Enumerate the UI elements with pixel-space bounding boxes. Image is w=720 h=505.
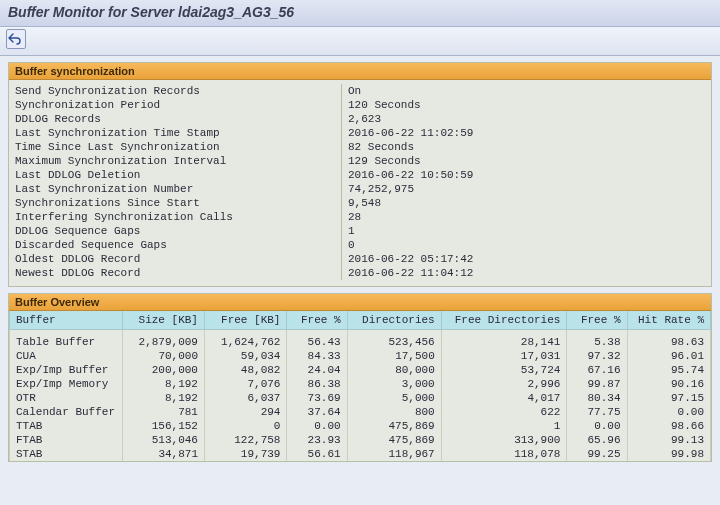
sync-table: Send Synchronization RecordsOnSynchroniz… [9, 84, 711, 280]
overview-cell-fpct: 24.04 [287, 363, 347, 377]
overview-cell-size: 513,046 [122, 433, 204, 447]
overview-row[interactable]: Table Buffer2,879,0091,624,76256.43523,4… [10, 330, 711, 350]
buffer-monitor-window: { "title": "Buffer Monitor for Server ld… [0, 0, 720, 505]
sync-row: Send Synchronization RecordsOn [9, 84, 711, 98]
overview-col-header[interactable]: Size [KB] [122, 311, 204, 330]
sync-row-label: Maximum Synchronization Interval [9, 154, 342, 168]
sync-row-value: 120 Seconds [342, 98, 712, 112]
overview-cell-fdir: 17,031 [441, 349, 567, 363]
overview-col-header[interactable]: Free Directories [441, 311, 567, 330]
sync-row-value: 2016-06-22 11:04:12 [342, 266, 712, 280]
overview-cell-fpct: 86.38 [287, 377, 347, 391]
sync-row-label: Synchronizations Since Start [9, 196, 342, 210]
overview-col-header[interactable]: Free % [567, 311, 627, 330]
overview-cell-dir: 3,000 [347, 377, 441, 391]
overview-table: BufferSize [KB]Free [KB]Free %Directorie… [9, 311, 711, 461]
back-icon [8, 31, 22, 45]
overview-cell-name: Exp/Imp Buffer [10, 363, 123, 377]
overview-cell-hit: 99.98 [627, 447, 710, 461]
overview-row[interactable]: Calendar Buffer78129437.6480062277.750.0… [10, 405, 711, 419]
overview-cell-hit: 90.16 [627, 377, 710, 391]
overview-cell-free: 59,034 [204, 349, 286, 363]
sync-row: Newest DDLOG Record2016-06-22 11:04:12 [9, 266, 711, 280]
overview-cell-free: 1,624,762 [204, 330, 286, 350]
overview-cell-name: OTR [10, 391, 123, 405]
overview-cell-fpct2: 65.96 [567, 433, 627, 447]
overview-cell-fpct2: 97.32 [567, 349, 627, 363]
overview-row[interactable]: FTAB513,046122,75823.93475,869313,90065.… [10, 433, 711, 447]
overview-cell-size: 70,000 [122, 349, 204, 363]
overview-cell-fpct: 23.93 [287, 433, 347, 447]
overview-cell-fpct: 73.69 [287, 391, 347, 405]
overview-cell-free: 19,739 [204, 447, 286, 461]
sync-row-label: Newest DDLOG Record [9, 266, 342, 280]
sync-row-label: DDLOG Sequence Gaps [9, 224, 342, 238]
sync-row: Last Synchronization Time Stamp2016-06-2… [9, 126, 711, 140]
sync-row: Time Since Last Synchronization82 Second… [9, 140, 711, 154]
overview-cell-free: 48,082 [204, 363, 286, 377]
back-button[interactable] [6, 29, 26, 49]
toolbar [0, 27, 720, 56]
overview-cell-dir: 475,869 [347, 419, 441, 433]
overview-row[interactable]: Exp/Imp Memory8,1927,07686.383,0002,9969… [10, 377, 711, 391]
overview-col-header[interactable]: Buffer [10, 311, 123, 330]
overview-cell-fdir: 118,078 [441, 447, 567, 461]
sync-row-value: 2016-06-22 11:02:59 [342, 126, 712, 140]
overview-cell-fpct2: 67.16 [567, 363, 627, 377]
overview-cell-dir: 80,000 [347, 363, 441, 377]
sync-panel: Buffer synchronization Send Synchronizat… [8, 62, 712, 287]
overview-col-header[interactable]: Free % [287, 311, 347, 330]
page-title: Buffer Monitor for Server ldai2ag3_AG3_5… [0, 0, 720, 27]
overview-row[interactable]: CUA70,00059,03484.3317,50017,03197.3296.… [10, 349, 711, 363]
sync-row: DDLOG Records2,623 [9, 112, 711, 126]
overview-cell-fpct2: 77.75 [567, 405, 627, 419]
sync-row-value: 129 Seconds [342, 154, 712, 168]
sync-row: Interfering Synchronization Calls28 [9, 210, 711, 224]
sync-row-label: Last Synchronization Time Stamp [9, 126, 342, 140]
overview-cell-name: Table Buffer [10, 330, 123, 350]
overview-cell-fpct: 0.00 [287, 419, 347, 433]
overview-cell-hit: 96.01 [627, 349, 710, 363]
overview-col-header[interactable]: Free [KB] [204, 311, 286, 330]
overview-cell-free: 122,758 [204, 433, 286, 447]
overview-cell-size: 8,192 [122, 377, 204, 391]
overview-cell-hit: 98.66 [627, 419, 710, 433]
overview-cell-name: FTAB [10, 433, 123, 447]
overview-cell-fpct2: 80.34 [567, 391, 627, 405]
overview-cell-name: Exp/Imp Memory [10, 377, 123, 391]
overview-cell-size: 2,879,009 [122, 330, 204, 350]
overview-cell-name: STAB [10, 447, 123, 461]
overview-cell-size: 34,871 [122, 447, 204, 461]
overview-row[interactable]: Exp/Imp Buffer200,00048,08224.0480,00053… [10, 363, 711, 377]
sync-row: Last Synchronization Number74,252,975 [9, 182, 711, 196]
overview-col-header[interactable]: Hit Rate % [627, 311, 710, 330]
overview-cell-fpct: 37.64 [287, 405, 347, 419]
overview-cell-name: CUA [10, 349, 123, 363]
overview-cell-size: 781 [122, 405, 204, 419]
overview-col-header[interactable]: Directories [347, 311, 441, 330]
sync-row: DDLOG Sequence Gaps1 [9, 224, 711, 238]
sync-row-label: Send Synchronization Records [9, 84, 342, 98]
sync-row-label: Time Since Last Synchronization [9, 140, 342, 154]
sync-row-value: 2016-06-22 05:17:42 [342, 252, 712, 266]
overview-panel: Buffer Overview BufferSize [KB]Free [KB]… [8, 293, 712, 462]
overview-row[interactable]: TTAB156,15200.00475,86910.0098.66 [10, 419, 711, 433]
overview-cell-fdir: 313,900 [441, 433, 567, 447]
overview-row[interactable]: STAB34,87119,73956.61118,967118,07899.25… [10, 447, 711, 461]
overview-cell-size: 8,192 [122, 391, 204, 405]
sync-row: Last DDLOG Deletion2016-06-22 10:50:59 [9, 168, 711, 182]
overview-cell-fpct2: 5.38 [567, 330, 627, 350]
overview-cell-dir: 800 [347, 405, 441, 419]
overview-cell-hit: 98.63 [627, 330, 710, 350]
overview-cell-fpct2: 99.25 [567, 447, 627, 461]
sync-row-label: DDLOG Records [9, 112, 342, 126]
overview-cell-free: 0 [204, 419, 286, 433]
overview-row[interactable]: OTR8,1926,03773.695,0004,01780.3497.15 [10, 391, 711, 405]
sync-row-value: 28 [342, 210, 712, 224]
sync-row: Synchronization Period120 Seconds [9, 98, 711, 112]
overview-cell-hit: 99.13 [627, 433, 710, 447]
sync-row: Discarded Sequence Gaps0 [9, 238, 711, 252]
overview-cell-name: TTAB [10, 419, 123, 433]
sync-row-label: Last DDLOG Deletion [9, 168, 342, 182]
overview-cell-size: 156,152 [122, 419, 204, 433]
